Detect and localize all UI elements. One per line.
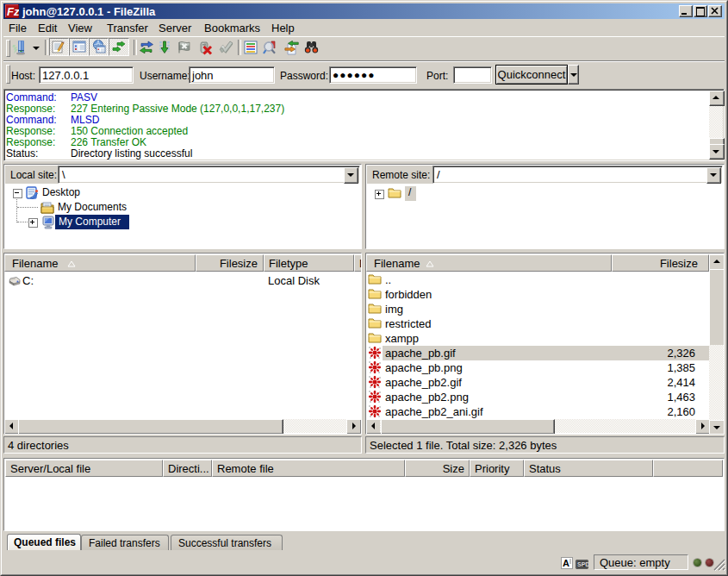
svg-text:A: A [563,558,569,568]
svg-text:SPD: SPD [577,561,588,567]
svg-text:Fz: Fz [7,5,19,18]
